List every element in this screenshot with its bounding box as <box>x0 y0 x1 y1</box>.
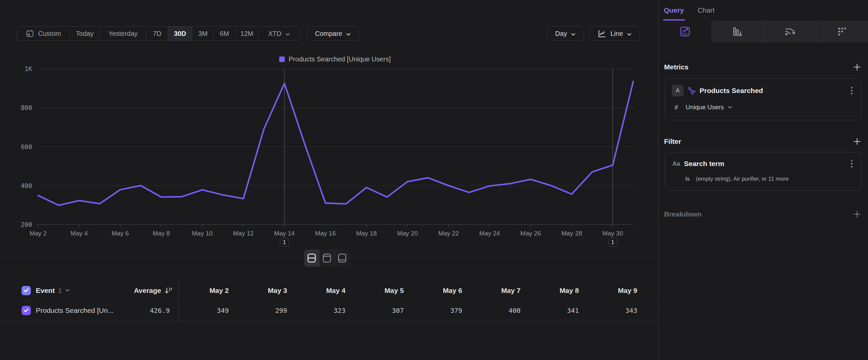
layout-table-only-button[interactable] <box>335 249 350 267</box>
insights-icon <box>680 26 690 37</box>
tab-funnels[interactable] <box>711 21 764 43</box>
metric-event-name[interactable]: Products Searched <box>700 83 763 98</box>
filter-card[interactable]: Aa Search term Is (empty string), Air pu… <box>665 152 861 191</box>
filter-operator[interactable]: Is <box>685 172 690 186</box>
analytics-app: Custom Today Yesterday 7D 30D 3M 6M 12M … <box>0 0 868 360</box>
select-all-checkbox[interactable] <box>22 286 31 295</box>
series-checkbox[interactable] <box>22 306 31 315</box>
compare-dropdown[interactable]: Compare <box>307 26 359 41</box>
add-metric-button[interactable] <box>853 63 861 72</box>
date-range-12m[interactable]: 12M <box>236 27 258 40</box>
chart-type-dropdown[interactable]: Line <box>589 26 640 41</box>
svg-text:May 16: May 16 <box>315 230 336 237</box>
table-row: Products Searched [Un... 426.9 349 299 3… <box>0 301 658 321</box>
hash-icon: # <box>674 101 678 114</box>
svg-text:May 18: May 18 <box>356 230 377 237</box>
svg-text:May 10: May 10 <box>192 230 213 237</box>
tab-retention[interactable] <box>816 21 868 43</box>
average-column-header[interactable]: Average <box>134 281 173 300</box>
column-header[interactable]: May 6 <box>412 281 470 300</box>
tab-chart[interactable]: Chart <box>698 0 714 21</box>
date-range-custom[interactable]: Custom <box>17 27 70 40</box>
date-range-3m[interactable]: 3M <box>192 27 214 40</box>
sort-descending-icon <box>164 287 173 294</box>
cell-value: 379 <box>412 301 470 320</box>
legend-label: Products Searched [Unique Users] <box>289 55 391 63</box>
filter-condition-row: Is (empty string), Air purifier, or 11 m… <box>665 172 861 186</box>
table-header-row: Event 1 Average <box>0 281 658 301</box>
filter-value[interactable]: (empty string), Air purifier, or 11 more <box>696 172 788 186</box>
annotation-badge[interactable]: 1 <box>609 238 617 247</box>
column-header[interactable]: May 9 <box>587 281 645 300</box>
series-name[interactable]: Products Searched [Un... <box>36 301 114 320</box>
metrics-section-header: Metrics <box>664 60 861 74</box>
event-cursor-icon <box>687 86 697 96</box>
date-range-6m[interactable]: 6M <box>214 27 236 40</box>
chart-legend-row: Products Searched [Unique Users] <box>36 55 634 63</box>
cell-value: 307 <box>353 301 412 320</box>
add-filter-button[interactable] <box>853 137 861 146</box>
chart-toolbar: Custom Today Yesterday 7D 30D 3M 6M 12M … <box>17 26 640 41</box>
svg-text:May 24: May 24 <box>479 230 500 237</box>
svg-text:600: 600 <box>21 143 32 150</box>
column-header[interactable]: May 4 <box>295 281 353 300</box>
svg-text:May 4: May 4 <box>71 230 88 237</box>
chevron-down-icon <box>627 30 631 37</box>
date-column-headers: May 2 May 3 May 4 May 5 May 6 May 7 May … <box>178 281 658 300</box>
retention-dots-icon <box>837 26 847 37</box>
filter-options-kebab-icon[interactable] <box>850 159 853 168</box>
svg-text:1K: 1K <box>25 65 32 73</box>
column-header[interactable]: May 7 <box>470 281 528 300</box>
chevron-down-icon <box>571 30 576 37</box>
event-column-header[interactable]: Event 1 <box>36 281 70 300</box>
tab-query[interactable]: Query <box>664 0 684 21</box>
cell-value: 349 <box>178 301 237 320</box>
chevron-down-icon <box>285 30 290 37</box>
tab-insights-selected[interactable] <box>659 21 711 43</box>
tab-flows[interactable] <box>764 21 816 43</box>
line-chart-icon <box>597 29 607 38</box>
aggregation-dropdown[interactable]: Unique Users <box>686 101 732 114</box>
filter-section-header: Filter <box>664 134 861 149</box>
filter-title: Filter <box>664 138 681 145</box>
cell-value: 299 <box>237 301 295 320</box>
annotation-badge[interactable]: 1 <box>280 238 289 247</box>
date-range-7d[interactable]: 7D <box>147 27 168 40</box>
date-range-yesterday[interactable]: Yesterday <box>100 27 147 40</box>
cell-value: 400 <box>470 301 528 320</box>
filter-card-row: Aa Search term <box>665 157 861 171</box>
date-range-label: Custom <box>38 30 61 37</box>
add-breakdown-button[interactable] <box>853 210 861 219</box>
svg-text:200: 200 <box>21 221 32 228</box>
legend-item[interactable]: Products Searched [Unique Users] <box>279 55 391 63</box>
layout-split-view-button[interactable] <box>304 249 319 267</box>
metric-options-kebab-icon[interactable] <box>850 86 853 95</box>
svg-text:May 12: May 12 <box>233 230 254 237</box>
breakdown-section-header: Breakdown <box>664 207 861 222</box>
date-range-xtd[interactable]: XTD <box>258 27 300 40</box>
query-panel: Query Chart <box>658 0 868 360</box>
column-header[interactable]: May 8 <box>528 281 587 300</box>
bottom-panel-icon <box>338 253 347 264</box>
date-range-today[interactable]: Today <box>70 27 100 40</box>
column-header[interactable]: May 5 <box>353 281 412 300</box>
top-panel-icon <box>322 253 332 264</box>
metric-card[interactable]: A Products Searched # Unique Users <box>665 78 861 120</box>
table-column-divider <box>178 281 179 321</box>
report-type-tabs <box>659 21 868 43</box>
funnel-bars-icon <box>732 26 743 37</box>
metrics-title: Metrics <box>664 63 689 71</box>
column-header[interactable]: May 3 <box>237 281 295 300</box>
filter-property-name[interactable]: Search term <box>684 157 724 171</box>
svg-text:May 22: May 22 <box>438 230 459 237</box>
svg-text:May 20: May 20 <box>397 230 418 237</box>
granularity-dropdown[interactable]: Day <box>547 26 584 41</box>
toolbar-spacer <box>359 26 547 41</box>
column-header[interactable]: May 2 <box>178 281 237 300</box>
layout-chart-only-button[interactable] <box>319 249 335 267</box>
date-range-30d-selected[interactable]: 30D <box>168 27 192 40</box>
table-header-left: Event 1 Average <box>0 281 178 300</box>
average-value: 426.9 <box>150 301 170 320</box>
date-range-picker: Custom Today Yesterday 7D 30D 3M 6M 12M … <box>17 26 300 41</box>
svg-text:May 26: May 26 <box>520 230 541 237</box>
